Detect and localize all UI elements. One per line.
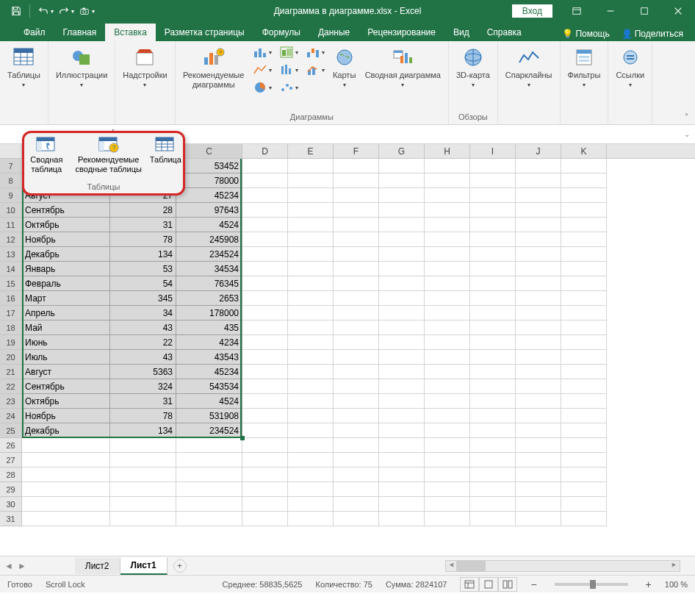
cell[interactable] — [242, 276, 288, 291]
cell[interactable]: 34534 — [176, 262, 242, 276]
cell[interactable] — [288, 394, 334, 409]
cell[interactable] — [425, 276, 470, 291]
cell[interactable] — [516, 423, 561, 438]
cell[interactable] — [288, 203, 334, 218]
cell[interactable] — [470, 394, 516, 409]
cell[interactable] — [425, 203, 470, 218]
page-break-view-button[interactable] — [498, 577, 517, 592]
col-header-j[interactable]: J — [516, 144, 561, 158]
cell[interactable] — [470, 453, 516, 468]
col-header-g[interactable]: G — [379, 144, 425, 158]
formula-input[interactable]: Месяц — [123, 129, 679, 140]
cell[interactable] — [516, 262, 561, 276]
cell[interactable]: Апрель — [22, 306, 110, 320]
cell[interactable] — [425, 306, 470, 320]
cell[interactable] — [561, 188, 607, 203]
cell[interactable] — [425, 335, 470, 350]
sheet-tab-1[interactable]: Лист1 — [120, 557, 168, 575]
row-header[interactable]: 25 — [0, 423, 22, 438]
login-button[interactable]: Вход — [512, 4, 552, 18]
cell[interactable] — [288, 306, 334, 320]
cell[interactable]: Сентябрь — [22, 203, 110, 218]
cell[interactable] — [425, 173, 470, 188]
cell[interactable] — [516, 306, 561, 320]
redo-icon[interactable] — [55, 2, 73, 20]
cell[interactable] — [425, 232, 470, 247]
cell[interactable] — [379, 188, 425, 203]
ribbon-display-options-icon[interactable] — [560, 0, 594, 22]
cell[interactable]: 76345 — [176, 276, 242, 291]
row-header[interactable]: 29 — [0, 482, 22, 497]
cell[interactable] — [242, 438, 288, 453]
table-button[interactable]: Таблица — [150, 136, 181, 165]
cell[interactable] — [242, 188, 288, 203]
cell[interactable] — [288, 173, 334, 188]
cell[interactable] — [288, 482, 334, 497]
cell[interactable]: 134 — [110, 247, 176, 262]
cell[interactable] — [334, 320, 379, 335]
cell[interactable] — [242, 409, 288, 423]
cell[interactable]: Октябрь — [22, 394, 110, 409]
tab-insert[interactable]: Вставка — [105, 24, 156, 41]
cell[interactable] — [242, 173, 288, 188]
minimize-button[interactable] — [594, 0, 627, 22]
new-sheet-button[interactable]: + — [173, 559, 187, 573]
row-header[interactable]: 21 — [0, 365, 22, 379]
share-button[interactable]: 👤 Поделиться — [617, 26, 688, 41]
scrollbar-thumb[interactable] — [456, 561, 486, 571]
cell[interactable] — [379, 276, 425, 291]
col-header-f[interactable]: F — [334, 144, 379, 158]
cell[interactable]: 4524 — [176, 218, 242, 232]
cell[interactable] — [561, 291, 607, 306]
cell[interactable] — [288, 365, 334, 379]
cell[interactable] — [561, 218, 607, 232]
cell[interactable] — [176, 438, 242, 453]
zoom-out-button[interactable]: − — [530, 579, 536, 590]
select-all-button[interactable] — [0, 144, 22, 158]
recommended-charts-button[interactable]: ? Рекомендуемые диаграммы — [180, 44, 248, 91]
cell[interactable] — [516, 173, 561, 188]
tab-review[interactable]: Рецензирование — [359, 24, 444, 41]
selection-handle[interactable] — [240, 436, 245, 440]
cell[interactable] — [425, 350, 470, 365]
cell[interactable]: 54 — [110, 276, 176, 291]
cell[interactable] — [288, 247, 334, 262]
col-header-e[interactable]: E — [288, 144, 334, 158]
cell[interactable] — [470, 218, 516, 232]
tell-me-button[interactable]: 💡 Помощь — [558, 26, 613, 41]
cell[interactable]: 43 — [110, 350, 176, 365]
zoom-slider[interactable] — [555, 583, 628, 586]
cell[interactable] — [334, 350, 379, 365]
zoom-in-button[interactable]: + — [646, 579, 652, 590]
cell[interactable] — [516, 320, 561, 335]
cell[interactable] — [470, 379, 516, 394]
cell[interactable] — [242, 379, 288, 394]
cell[interactable] — [242, 482, 288, 497]
cell[interactable] — [516, 203, 561, 218]
cell[interactable] — [288, 232, 334, 247]
col-header-c[interactable]: C — [176, 144, 242, 158]
row-header[interactable]: 10 — [0, 203, 22, 218]
cell[interactable] — [470, 409, 516, 423]
row-header[interactable]: 19 — [0, 335, 22, 350]
cell[interactable] — [110, 482, 176, 497]
cell[interactable] — [470, 203, 516, 218]
cell[interactable] — [561, 497, 607, 512]
cell[interactable] — [334, 247, 379, 262]
cell[interactable] — [242, 497, 288, 512]
cell[interactable] — [470, 350, 516, 365]
cell[interactable] — [379, 173, 425, 188]
scatter-chart-button[interactable]: ▾ — [277, 79, 300, 96]
cell[interactable] — [288, 409, 334, 423]
cell[interactable] — [561, 453, 607, 468]
cell[interactable]: 34 — [110, 306, 176, 320]
row-header[interactable]: 28 — [0, 468, 22, 482]
cell[interactable]: 5363 — [110, 365, 176, 379]
cell[interactable]: 531908 — [176, 409, 242, 423]
cell[interactable] — [425, 262, 470, 276]
sheet-tab-2[interactable]: Лист2 — [75, 558, 120, 574]
cell[interactable]: 78000 — [176, 173, 242, 188]
cell[interactable]: Июнь — [22, 335, 110, 350]
cell[interactable] — [334, 365, 379, 379]
cell[interactable] — [425, 188, 470, 203]
